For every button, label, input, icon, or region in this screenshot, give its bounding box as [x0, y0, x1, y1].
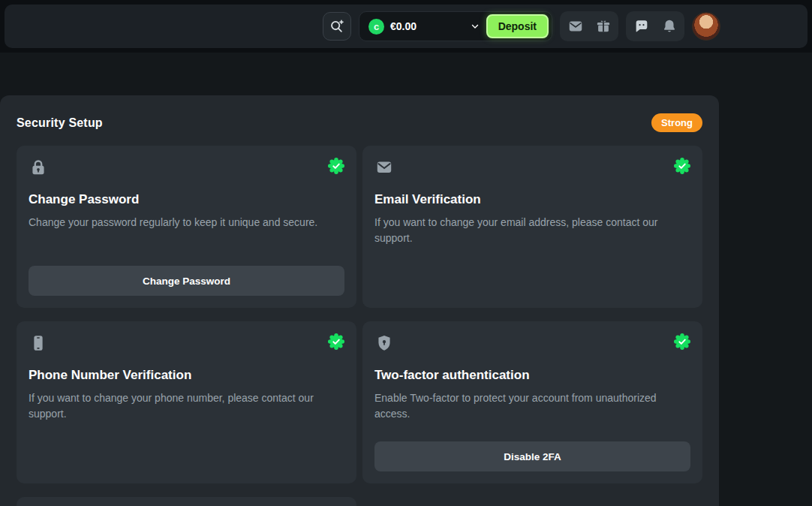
chat-bell-group [626, 11, 684, 41]
search-plus-icon [329, 18, 345, 35]
notifications-button[interactable] [656, 14, 682, 39]
card-title: Phone Number Verification [29, 368, 344, 383]
card-title: Email Verification [374, 192, 690, 207]
page: c €0.00 Deposit [0, 0, 812, 506]
security-card-phone-verification: Phone Number Verification If you want to… [17, 321, 356, 483]
card-description: Change your password regularly to keep i… [29, 215, 344, 230]
shield-lock-icon [374, 333, 394, 353]
mail-button[interactable] [562, 14, 588, 39]
password-strength-badge: Strong [651, 113, 702, 132]
card-top-row [29, 333, 344, 353]
page-title: Security Setup [17, 116, 103, 130]
mail-gift-group [560, 11, 618, 41]
top-bar: c €0.00 Deposit [5, 5, 807, 48]
search-button[interactable] [323, 12, 351, 41]
card-title: Change Password [29, 192, 344, 207]
security-card-change-password: Change Password Change your password reg… [17, 146, 356, 308]
deposit-button[interactable]: Deposit [486, 14, 549, 38]
chat-button[interactable] [628, 14, 654, 39]
verified-check-icon [328, 333, 344, 350]
security-panel: Security Setup Strong [0, 95, 719, 506]
disable-2fa-button[interactable]: Disable 2FA [374, 441, 690, 471]
security-card-email-verification: Email Verification If you want to change… [362, 146, 702, 308]
wallet-selector[interactable]: c €0.00 Deposit [359, 11, 552, 41]
gift-icon [595, 18, 612, 35]
gift-button[interactable] [590, 14, 616, 39]
panel-header: Security Setup Strong [17, 113, 702, 132]
change-password-button[interactable]: Change Password [29, 266, 344, 296]
card-description: If you want to change your phone number,… [29, 390, 344, 422]
mail-icon [567, 18, 584, 35]
top-bar-background: c €0.00 Deposit [0, 0, 812, 53]
card-description: If you want to change your email address… [374, 215, 690, 246]
partial-next-card [17, 497, 356, 506]
coin-icon: c [368, 19, 384, 35]
verified-check-icon [328, 158, 344, 174]
card-top-row [374, 333, 690, 353]
phone-icon [29, 333, 48, 353]
card-title: Two-factor authentication [374, 368, 690, 383]
security-cards-grid: Change Password Change your password reg… [17, 146, 702, 483]
user-avatar[interactable] [692, 12, 720, 41]
bell-icon [661, 18, 678, 35]
chat-icon [633, 18, 650, 35]
verified-check-icon [674, 158, 690, 174]
security-card-two-factor: Two-factor authentication Enable Two-fac… [362, 321, 702, 483]
card-top-row [29, 158, 344, 177]
wallet-balance: €0.00 [390, 20, 417, 32]
envelope-icon [374, 158, 394, 177]
card-top-row [374, 158, 690, 177]
verified-check-icon [674, 333, 690, 350]
lock-icon [29, 158, 48, 177]
chevron-down-icon[interactable] [470, 21, 480, 32]
card-description: Enable Two-factor to protect your accoun… [374, 390, 690, 422]
